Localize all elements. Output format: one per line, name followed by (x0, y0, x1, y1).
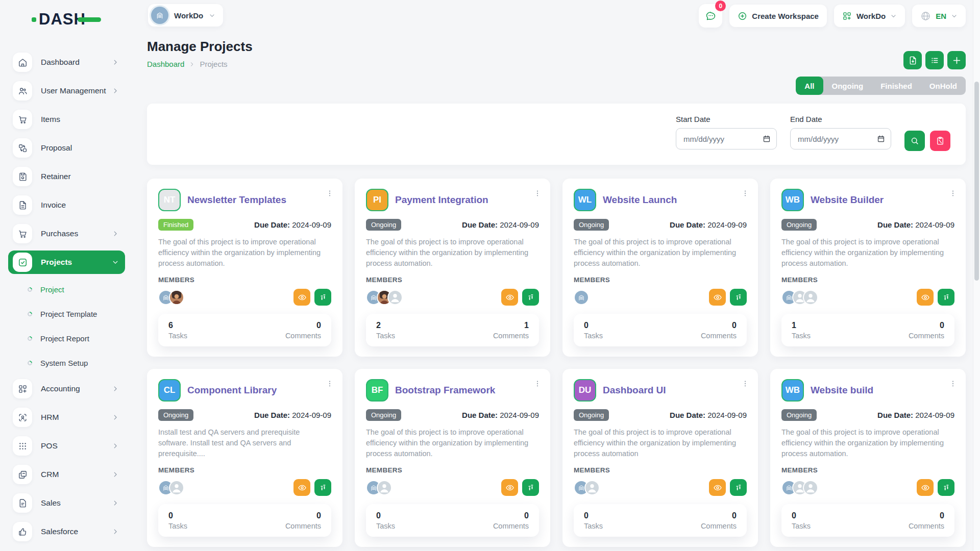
sidebar-item-sales[interactable]: Sales (8, 491, 125, 515)
card-menu-button[interactable] (532, 188, 543, 199)
view-project-button[interactable] (501, 289, 518, 306)
project-card: DU Dashboard UI Ongoing Due Date: 2024-0… (562, 369, 758, 547)
project-title[interactable]: Dashboard UI (603, 385, 666, 396)
project-title[interactable]: Bootstrap Framework (395, 385, 495, 396)
view-project-button[interactable] (917, 479, 934, 496)
sidebar-subitem-project-template[interactable]: Project Template (0, 304, 135, 324)
view-project-button[interactable] (501, 479, 518, 496)
sidebar-subitem-project[interactable]: Project (0, 279, 135, 299)
sidebar-item-label: Salesforce (41, 527, 78, 536)
sidebar-item-salesforce[interactable]: Salesforce (8, 520, 125, 543)
start-date-input[interactable] (676, 128, 777, 149)
project-title[interactable]: Website build (811, 385, 873, 396)
sidebar-item-items[interactable]: Items (8, 108, 125, 131)
members-label: MEMBERS (781, 466, 954, 474)
project-title[interactable]: Website Builder (811, 194, 884, 206)
view-project-button[interactable] (917, 289, 934, 306)
tasks-count: 6 (168, 321, 187, 330)
card-menu-button[interactable] (740, 378, 751, 389)
card-menu-button[interactable] (324, 188, 335, 199)
list-view-button[interactable] (925, 51, 944, 69)
sidebar-item-hrm[interactable]: HRM (8, 406, 125, 429)
main-content: Manage Projects Dashboard Projects AllOn… (147, 0, 966, 547)
progress-button[interactable] (314, 289, 331, 306)
reset-filter-button[interactable] (930, 131, 950, 151)
filter-tab-onhold[interactable]: OnHold (921, 77, 966, 95)
due-date-label: Due Date: (877, 220, 913, 229)
home-icon (13, 53, 32, 72)
gantt-icon (942, 293, 951, 302)
progress-button[interactable] (522, 289, 539, 306)
filter-tab-all[interactable]: All (796, 77, 823, 95)
progress-button[interactable] (314, 479, 331, 496)
sidebar-subitem-project-report[interactable]: Project Report (0, 328, 135, 348)
progress-button[interactable] (730, 289, 747, 306)
member-avatars (781, 290, 814, 305)
progress-button[interactable] (522, 479, 539, 496)
member-avatar-placeholder (803, 290, 818, 305)
progress-button[interactable] (730, 479, 747, 496)
progress-button[interactable] (938, 479, 954, 496)
comments-count: 0 (909, 511, 944, 520)
sidebar-item-label: Purchases (41, 229, 78, 238)
chevron-right-icon (112, 499, 119, 507)
view-project-button[interactable] (293, 289, 310, 306)
end-date-input[interactable] (790, 128, 891, 149)
sidebar-item-proposal[interactable]: Proposal (8, 136, 125, 160)
filter-tab-ongoing[interactable]: Ongoing (823, 77, 872, 95)
progress-button[interactable] (938, 289, 954, 306)
filter-panel: Start Date End Date (147, 104, 966, 165)
add-project-button[interactable] (947, 51, 966, 69)
sidebar-item-projects[interactable]: Projects (8, 251, 125, 274)
breadcrumb-dashboard-link[interactable]: Dashboard (147, 60, 184, 68)
eye-icon (505, 483, 514, 492)
chevron-down-icon (112, 259, 119, 266)
sidebar-item-pos[interactable]: POS (8, 434, 125, 458)
export-button[interactable] (903, 51, 922, 69)
project-stats: 0 Tasks 0 Comments (781, 504, 954, 537)
card-menu-button[interactable] (740, 188, 751, 199)
tasks-label: Tasks (376, 522, 395, 530)
app-canvas: DASH Dashboard User Management Items Pro… (0, 0, 980, 551)
card-menu-button[interactable] (947, 378, 959, 389)
gantt-icon (734, 293, 743, 302)
view-project-button[interactable] (293, 479, 310, 496)
brand-logo[interactable]: DASH (32, 10, 101, 29)
sidebar-item-purchases[interactable]: Purchases (8, 222, 125, 245)
due-date-value: 2024-09-09 (707, 411, 747, 419)
project-description: Install test and QA servers and prerequi… (158, 427, 331, 459)
comments-label: Comments (285, 522, 321, 530)
project-description: The goal of this project is to improve o… (781, 427, 954, 459)
sidebar-item-crm[interactable]: CRM (8, 463, 125, 486)
view-project-button[interactable] (709, 479, 726, 496)
breadcrumb: Dashboard Projects (147, 60, 966, 68)
project-avatar: WL (574, 189, 596, 211)
sidebar-item-invoice[interactable]: Invoice (8, 193, 125, 217)
sidebar-item-user-management[interactable]: User Management (8, 79, 125, 103)
project-title[interactable]: Component Library (187, 385, 277, 396)
sidebar-item-retainer[interactable]: Retainer (8, 165, 125, 188)
project-description: The goal of this project is to improve o… (366, 427, 539, 459)
gantt-icon (734, 483, 743, 492)
status-badge: Ongoing (574, 219, 609, 231)
view-project-button[interactable] (709, 289, 726, 306)
search-icon (910, 136, 919, 145)
project-card: NT Newsletter Templates Finished Due Dat… (147, 179, 342, 357)
member-avatar-workspace (574, 290, 589, 305)
project-stats: 0 Tasks 0 Comments (574, 314, 747, 346)
search-button[interactable] (904, 131, 925, 151)
filter-tab-finished[interactable]: Finished (872, 77, 921, 95)
sidebar-subitem-system-setup[interactable]: System Setup (0, 353, 135, 373)
card-menu-button[interactable] (324, 378, 335, 389)
sidebar-item-dashboard[interactable]: Dashboard (8, 51, 125, 74)
project-title[interactable]: Newsletter Templates (187, 194, 286, 206)
project-title[interactable]: Payment Integration (395, 194, 488, 206)
project-avatar: NT (158, 189, 181, 211)
card-menu-button[interactable] (532, 378, 543, 389)
card-menu-button[interactable] (947, 188, 959, 199)
comments-label: Comments (909, 332, 944, 340)
sidebar-item-label: Projects (41, 258, 72, 267)
project-title[interactable]: Website Launch (603, 194, 677, 206)
sidebar-item-accounting[interactable]: Accounting (8, 377, 125, 400)
scrollbar-thumb[interactable] (974, 82, 979, 281)
